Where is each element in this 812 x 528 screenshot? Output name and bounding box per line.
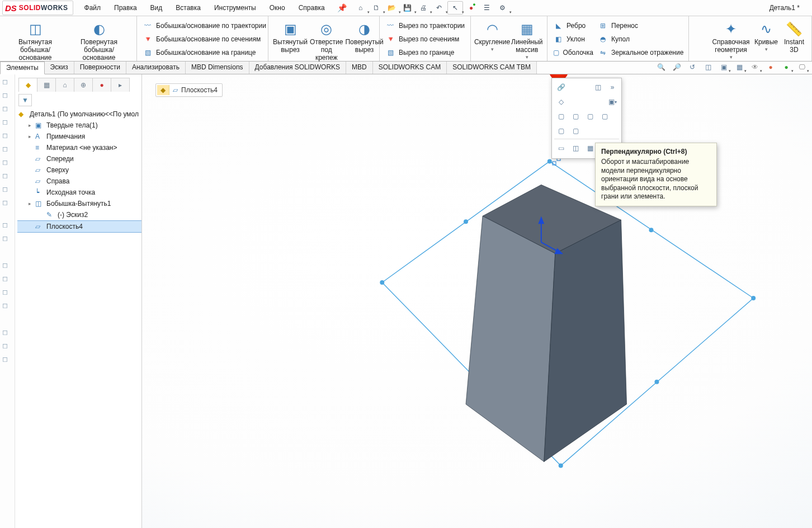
menu-file[interactable]: Файл bbox=[79, 2, 107, 14]
options-button[interactable]: ☰ bbox=[480, 2, 494, 14]
pin-icon[interactable]: 📌 bbox=[333, 3, 351, 12]
view-iso-icon[interactable]: ◇ bbox=[554, 95, 568, 109]
boundary-cut-button[interactable]: ▧Вырез по границе bbox=[383, 46, 467, 59]
tree-row[interactable]: ▱Спереди bbox=[17, 153, 141, 164]
menu-insert[interactable]: Вставка bbox=[170, 2, 206, 14]
vbar-icon[interactable]: ◻ bbox=[2, 261, 12, 271]
vbar-icon[interactable]: ◻ bbox=[2, 91, 12, 101]
linear-pattern-button[interactable]: ▦ Линейный массив ▾ bbox=[510, 17, 544, 60]
traffic-light-button[interactable]: ●● bbox=[464, 2, 479, 14]
fm-tab-dim[interactable]: ⊕ bbox=[74, 78, 93, 92]
graphics-viewport[interactable]: ◆ ▱ Плоскость4 bbox=[142, 74, 812, 528]
view-right-icon[interactable]: ▢ bbox=[598, 110, 611, 123]
new-doc-button[interactable]: 🗋▾ bbox=[369, 2, 384, 14]
tree-row[interactable]: ▸▣Твердые тела(1) bbox=[17, 120, 141, 131]
tree-row[interactable]: ▸AПримечания bbox=[17, 131, 141, 142]
tree-row[interactable]: ▱Плоскость4 bbox=[17, 220, 141, 233]
view-back-icon[interactable]: ▢ bbox=[569, 110, 582, 123]
print-button[interactable]: 🖨▾ bbox=[416, 2, 431, 14]
vbar-icon[interactable]: ◻ bbox=[2, 275, 12, 285]
fm-tab-more[interactable]: ▸ bbox=[111, 78, 130, 92]
revolved-boss-button[interactable]: ◐ Повернутая бобышка/основание bbox=[67, 17, 131, 62]
tab-evaluate[interactable]: Анализировать bbox=[126, 62, 186, 74]
hide-show-button[interactable]: 👁▾ bbox=[749, 62, 761, 73]
revolved-cut-button[interactable]: ◑ Повернутый вырез bbox=[344, 17, 384, 54]
vbar-icon[interactable]: ◻ bbox=[2, 172, 12, 182]
extruded-boss-button[interactable]: ◫ Вытянутая бобышка/основание bbox=[3, 17, 67, 62]
wrap-button[interactable]: ⊞Перенос bbox=[596, 20, 686, 32]
vbar-icon[interactable]: ◻ bbox=[2, 131, 12, 142]
swept-boss-button[interactable]: 〰Бобышка/основание по траектории bbox=[140, 20, 268, 32]
section-view-button[interactable]: ◫ bbox=[702, 62, 714, 73]
tree-expander-icon[interactable]: ▸ bbox=[29, 201, 33, 206]
view-more-icon[interactable]: » bbox=[606, 81, 619, 94]
settings-button[interactable]: ⚙▾ bbox=[495, 2, 510, 14]
vbar-icon[interactable]: ◻ bbox=[2, 199, 12, 209]
fm-tab-config[interactable]: ⌂ bbox=[55, 78, 74, 92]
view-orientation-button[interactable]: ▣▾ bbox=[718, 62, 729, 73]
tree-root[interactable]: ◆ Деталь1 (По умолчанию<<По умол bbox=[17, 109, 141, 120]
two-viewport-icon[interactable]: ◫ bbox=[569, 142, 582, 155]
scene-button[interactable]: ●▾ bbox=[781, 62, 792, 73]
undo-button[interactable]: ↶▾ bbox=[432, 2, 446, 14]
tree-row[interactable]: ✎(-) Эскиз2 bbox=[17, 209, 141, 220]
hole-wizard-button[interactable]: ◎ Отверстие под крепеж bbox=[309, 17, 344, 62]
tree-row[interactable]: ≡Материал <не указан> bbox=[17, 142, 141, 153]
menu-help[interactable]: Справка bbox=[293, 2, 331, 14]
swept-cut-button[interactable]: 〰Вырез по траектории bbox=[383, 20, 467, 32]
lofted-cut-button[interactable]: 🔻Вырез по сечениям bbox=[383, 33, 467, 45]
instant3d-button[interactable]: 📏 Instant 3D bbox=[780, 17, 808, 54]
vbar-icon[interactable]: ◻ bbox=[2, 105, 12, 115]
view-cube-icon[interactable]: ▣▾ bbox=[606, 95, 619, 109]
vbar-icon[interactable]: ◻ bbox=[2, 355, 12, 365]
menu-view[interactable]: Вид bbox=[145, 2, 168, 14]
select-button[interactable]: ↖▾ bbox=[447, 1, 463, 15]
lofted-boss-button[interactable]: 🔻Бобышка/основание по сечениям bbox=[140, 33, 268, 45]
vbar-icon[interactable]: ◻ bbox=[2, 234, 12, 244]
view-bottom-icon[interactable]: ▢ bbox=[569, 124, 582, 138]
rib-button[interactable]: ◣Ребро bbox=[551, 20, 596, 32]
vbar-icon[interactable]: ◻ bbox=[2, 78, 12, 88]
app-logo[interactable]: DS SOLIDWORKS bbox=[2, 1, 73, 15]
menu-window[interactable]: Окно bbox=[264, 2, 291, 14]
display-style-button[interactable]: ▦▾ bbox=[734, 62, 745, 73]
vbar-icon[interactable]: ◻ bbox=[2, 288, 12, 298]
home-button[interactable]: ⌂▾ bbox=[353, 2, 368, 14]
curves-button[interactable]: ∿ Кривые ▾ bbox=[752, 17, 780, 52]
view-link-icon[interactable]: 🔗 bbox=[554, 81, 568, 94]
display-button[interactable]: 🖵▾ bbox=[796, 62, 808, 73]
fillet-button[interactable]: ◠ Скругление ▾ bbox=[474, 17, 510, 52]
appearance-button[interactable]: ● bbox=[765, 62, 776, 73]
zoom-area-button[interactable]: 🔎 bbox=[671, 62, 682, 73]
tab-mbd[interactable]: MBD bbox=[346, 62, 373, 74]
tree-expander-icon[interactable]: ▸ bbox=[29, 134, 33, 139]
menu-tools[interactable]: Инструменты bbox=[209, 2, 262, 14]
prev-view-button[interactable]: ↺ bbox=[687, 62, 698, 73]
view-top-icon[interactable]: ▢ bbox=[554, 124, 568, 138]
mirror-button[interactable]: ⇋Зеркальное отражение bbox=[596, 46, 686, 59]
tab-addins[interactable]: Добавления SOLIDWORKS bbox=[249, 62, 347, 74]
vbar-icon[interactable]: ◻ bbox=[2, 158, 12, 168]
ref-geometry-button[interactable]: ✦ Справочная геометрия ▾ bbox=[710, 17, 752, 60]
vbar-icon[interactable]: ◻ bbox=[2, 118, 12, 128]
vbar-icon[interactable]: ◻ bbox=[2, 328, 12, 338]
dome-button[interactable]: ◓Купол bbox=[596, 33, 686, 45]
vbar-icon[interactable]: ◻ bbox=[2, 145, 12, 155]
tree-filter-button[interactable]: ▼ bbox=[18, 94, 32, 106]
tab-sketch[interactable]: Эскиз bbox=[45, 62, 74, 74]
fm-tab-property[interactable]: ▦ bbox=[37, 78, 56, 92]
boundary-boss-button[interactable]: ▧Бобышка/основание на границе bbox=[140, 46, 268, 59]
tree-row[interactable]: ▱Справа bbox=[17, 176, 141, 187]
save-button[interactable]: 💾▾ bbox=[400, 2, 415, 14]
vbar-icon[interactable]: ◻ bbox=[2, 342, 12, 352]
open-doc-button[interactable]: 📂▾ bbox=[385, 2, 399, 14]
view-box-icon[interactable]: ◫ bbox=[591, 81, 605, 94]
single-viewport-icon[interactable]: ▭ bbox=[554, 142, 568, 155]
view-front-icon[interactable]: ▢ bbox=[554, 110, 568, 123]
zoom-fit-button[interactable]: 🔍 bbox=[655, 62, 667, 73]
tree-row[interactable]: ┕Исходная точка bbox=[17, 187, 141, 198]
tree-expander-icon[interactable]: ▸ bbox=[29, 122, 33, 128]
tab-cam-tbm[interactable]: SOLIDWORKS CAM TBM bbox=[447, 62, 537, 74]
tab-cam[interactable]: SOLIDWORKS CAM bbox=[373, 62, 447, 74]
draft-button[interactable]: ◧Уклон bbox=[551, 33, 596, 45]
